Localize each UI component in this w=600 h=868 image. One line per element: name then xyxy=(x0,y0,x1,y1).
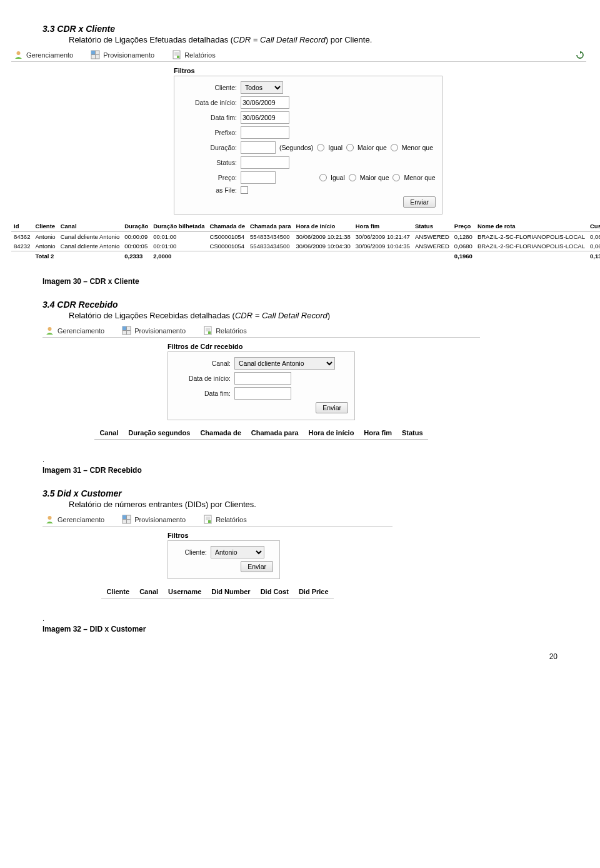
inicio-label: Data de início: xyxy=(181,99,237,106)
refresh-icon[interactable] xyxy=(576,51,584,59)
svg-rect-4 xyxy=(91,51,95,54)
th-status: Status xyxy=(412,221,452,232)
th-chde: Chamada de xyxy=(195,426,246,440)
th-rota: Nome de rota xyxy=(475,221,588,232)
th-custo: Custo xyxy=(588,221,600,232)
canal-label: Canal: xyxy=(174,360,231,367)
th-user: Username xyxy=(163,585,206,598)
table-row: 84362 Antonio Canal dcliente Antonio 00:… xyxy=(11,232,600,242)
image-32-caption: Imagem 32 – DID x Customer xyxy=(42,625,558,633)
preco-input[interactable] xyxy=(241,171,276,184)
cell: 84362 xyxy=(11,232,32,242)
sub-italic: CDR = Call Detail Record xyxy=(235,311,328,320)
cell: 30/06/2009 10:04:35 xyxy=(353,241,412,251)
navbar: Gerenciamento Provisionamento Relatórios xyxy=(11,48,586,62)
total-durbil: 2,0000 xyxy=(151,251,207,261)
image-30-caption: Imagem 30 – CDR x Cliente xyxy=(42,277,558,286)
status-label: Status: xyxy=(181,159,237,166)
nav-provisionamento[interactable]: Provisionamento xyxy=(91,50,154,59)
enviar-button[interactable]: Enviar xyxy=(403,196,436,208)
cell: BRAZIL-2-SC-FLORIANOPOLIS-LOCAL xyxy=(475,241,588,251)
duracao-input[interactable] xyxy=(241,141,276,154)
nav-gerenciamento[interactable]: Gerenciamento xyxy=(14,50,73,59)
cell: ANSWERED xyxy=(412,232,452,242)
cell: 0,0680 xyxy=(452,241,475,251)
enviar-button[interactable]: Enviar xyxy=(241,561,273,572)
cell: CS00001054 xyxy=(208,232,248,242)
sub-text: Relatório de Ligações Efetuadas detalhad… xyxy=(69,35,233,44)
cell: 554833434500 xyxy=(248,241,293,251)
cell: 00:00:09 xyxy=(122,232,151,242)
th-status: Status xyxy=(397,426,428,440)
report-icon xyxy=(203,515,212,524)
nav-relatorios[interactable]: Relatórios xyxy=(203,326,247,335)
section-3-4-sub: Relatório de Ligações Recebidas detalhad… xyxy=(69,311,558,320)
table-31-headers: Canal Duração segundos Chamada de Chamad… xyxy=(94,426,428,440)
asfile-checkbox[interactable] xyxy=(241,186,248,194)
dur-menor-label: Menor que xyxy=(402,144,433,151)
fim-input[interactable] xyxy=(241,111,289,124)
inicio-input[interactable] xyxy=(241,96,289,109)
canal-select[interactable]: Canal dcliente Antonio xyxy=(234,357,335,370)
nav-relatorios[interactable]: Relatórios xyxy=(203,515,247,524)
preco-maior-radio[interactable] xyxy=(349,174,356,181)
total-label: Total 2 xyxy=(32,251,58,261)
cell: 30/06/2009 10:21:47 xyxy=(353,232,412,242)
screenshot-32: Gerenciamento Provisionamento Relatórios… xyxy=(42,513,392,598)
fim-label: Data fim: xyxy=(181,114,237,121)
cell: 30/06/2009 10:04:30 xyxy=(294,241,353,251)
filters-31-title: Filtros de Cdr recebido xyxy=(168,341,355,351)
th-dcost: Did Cost xyxy=(256,585,294,598)
dur-menor-radio[interactable] xyxy=(391,144,398,151)
cell: ANSWERED xyxy=(412,241,452,251)
nav-gerenciamento[interactable]: Gerenciamento xyxy=(45,515,104,524)
nav-provisionamento[interactable]: Provisionamento xyxy=(122,326,186,335)
navbar: Gerenciamento Provisionamento Relatórios xyxy=(42,513,392,527)
th-chde: Chamada de xyxy=(208,221,248,232)
preco-menor-radio[interactable] xyxy=(392,174,400,181)
svg-point-11 xyxy=(48,327,52,331)
th-canal: Canal xyxy=(94,426,123,440)
total-custo: 0,1360 xyxy=(588,251,600,261)
duracao-label: Duração: xyxy=(181,144,237,151)
cell: BRAZIL-2-SC-FLORIANOPOLIS-LOCAL xyxy=(475,232,588,242)
sub-text: Relatório de Ligações Recebidas detalhad… xyxy=(69,311,235,320)
user-icon xyxy=(45,515,54,524)
dur-maior-radio[interactable] xyxy=(346,144,354,151)
inicio-input[interactable] xyxy=(234,372,291,385)
inicio-label: Data de início: xyxy=(174,375,231,382)
nav-provisionamento[interactable]: Provisionamento xyxy=(122,515,186,524)
section-3-5-title: 3.5 Did x Customer xyxy=(42,488,558,498)
fim-input[interactable] xyxy=(234,387,291,400)
preco-label: Preço: xyxy=(181,174,237,181)
enviar-button[interactable]: Enviar xyxy=(316,402,348,413)
cell: 84232 xyxy=(11,241,32,251)
cliente-select[interactable]: Antonio xyxy=(211,546,264,558)
section-3-3-title: 3.3 CDR x Cliente xyxy=(42,24,558,34)
cell: 00:01:00 xyxy=(151,232,207,242)
th-chpara: Chamada para xyxy=(246,426,304,440)
prefixo-input[interactable] xyxy=(241,126,289,139)
th-canal: Canal xyxy=(134,585,163,598)
fim-label: Data fim: xyxy=(174,390,231,397)
dur-igual-radio[interactable] xyxy=(317,144,324,151)
table-row: 84232 Antonio Canal dcliente Antonio 00:… xyxy=(11,241,600,251)
nav-label: Provisionamento xyxy=(134,327,186,335)
nav-label: Relatórios xyxy=(216,516,247,523)
nav-label: Gerenciamento xyxy=(58,516,104,523)
page-number: 20 xyxy=(42,652,558,661)
nav-gerenciamento[interactable]: Gerenciamento xyxy=(45,326,104,335)
svg-rect-9 xyxy=(177,56,179,58)
cliente-select[interactable]: Todos xyxy=(241,81,283,94)
section-3-3-sub: Relatório de Ligações Efetuadas detalhad… xyxy=(69,35,558,44)
nav-relatorios[interactable]: Relatórios xyxy=(172,50,216,59)
cell: 30/06/2009 10:21:38 xyxy=(294,232,353,242)
filters-title: Filtros xyxy=(174,66,442,76)
sub-suffix: ) xyxy=(328,311,330,320)
preco-igual-radio[interactable] xyxy=(319,174,327,181)
th-hini: Hora de início xyxy=(304,426,359,440)
status-input[interactable] xyxy=(241,156,289,169)
total-dur: 0,2333 xyxy=(122,251,151,261)
grid-icon xyxy=(91,50,100,59)
nav-label: Relatórios xyxy=(216,327,247,335)
